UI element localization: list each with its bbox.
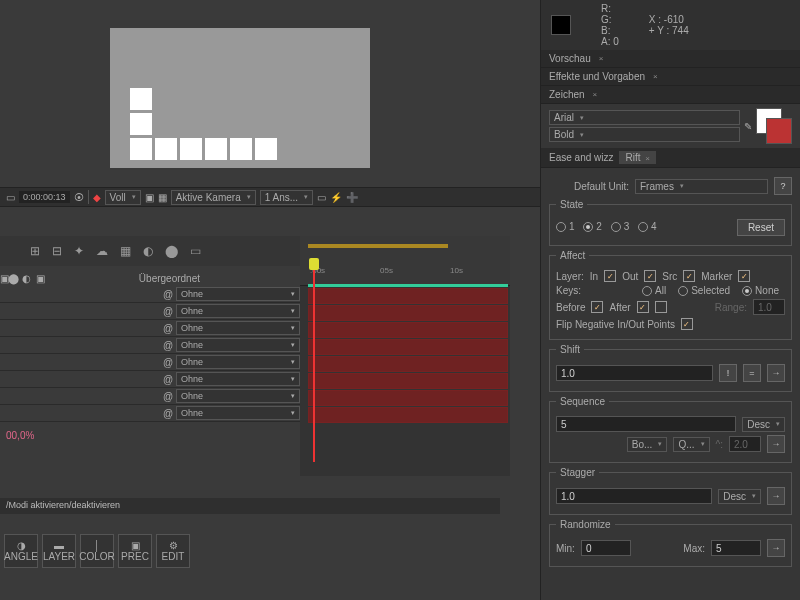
sequence-input[interactable] [556,416,736,432]
parent-pickwhip-icon[interactable]: @ [160,374,176,385]
layer-bar[interactable] [308,288,508,304]
tab-ease-and-wizz[interactable]: Ease and wizz [549,152,613,163]
parent-pickwhip-icon[interactable]: @ [160,408,176,419]
grid-icon[interactable]: ▦ [158,192,167,203]
work-area-bar[interactable] [308,244,448,248]
playhead[interactable] [309,258,319,270]
help-button[interactable]: ? [774,177,792,195]
extra-checkbox[interactable] [655,301,667,313]
parent-dropdown[interactable]: Ohne [176,355,300,369]
parent-pickwhip-icon[interactable]: @ [160,340,176,351]
layer-row[interactable]: @Ohne [0,405,300,422]
fast-icon[interactable]: ⚡ [330,192,342,203]
seq-bo-dropdown[interactable]: Bo... [627,437,668,452]
tool-icon[interactable]: ◐ [143,244,153,258]
tool-icon[interactable]: ⬤ [165,244,178,258]
tool-icon[interactable]: ✦ [74,244,84,258]
seq-order-dropdown[interactable]: Desc [742,417,785,432]
font-weight-dropdown[interactable]: Bold [549,127,740,142]
keys-none-radio[interactable]: None [742,285,779,296]
views-dropdown[interactable]: 1 Ans... [260,190,313,205]
color-tool[interactable]: │COLOR [80,534,114,568]
parent-dropdown[interactable]: Ohne [176,338,300,352]
parent-dropdown[interactable]: Ohne [176,321,300,335]
resolution-dropdown[interactable]: Voll [105,190,141,205]
state-1-radio[interactable]: 1 [556,221,575,232]
magnify-icon[interactable]: ▭ [6,192,15,203]
layer-row[interactable]: @Ohne [0,371,300,388]
font-family-dropdown[interactable]: Arial [549,110,740,125]
layer-bar[interactable] [308,322,508,338]
state-3-radio[interactable]: 3 [611,221,630,232]
in-checkbox[interactable] [604,270,616,282]
src-checkbox[interactable] [683,270,695,282]
edit-tool[interactable]: ⚙EDIT [156,534,190,568]
reset-button[interactable]: Reset [737,219,785,236]
layer-row[interactable]: @Ohne [0,354,300,371]
parent-dropdown[interactable]: Ohne [176,304,300,318]
rand-go-button[interactable]: → [767,539,785,557]
close-icon[interactable]: × [645,154,650,163]
shift-input[interactable] [556,365,713,381]
parent-pickwhip-icon[interactable]: @ [160,289,176,300]
prec-tool[interactable]: ▣PREC [118,534,152,568]
after-checkbox[interactable] [637,301,649,313]
min-input[interactable] [581,540,631,556]
parent-dropdown[interactable]: Ohne [176,372,300,386]
layer-row[interactable]: @Ohne [0,337,300,354]
eyedropper-icon[interactable]: ✎ [744,121,752,132]
before-checkbox[interactable] [591,301,603,313]
eq-button[interactable]: = [743,364,761,382]
stagger-go-button[interactable]: → [767,487,785,505]
stagger-input[interactable] [556,488,712,504]
layer-row[interactable]: @Ohne [0,303,300,320]
state-2-radio[interactable]: 2 [583,221,602,232]
tab-vorschau[interactable]: Vorschau× [541,50,800,68]
close-icon[interactable]: × [653,72,658,81]
layer-row[interactable]: @Ohne [0,320,300,337]
time-ruler[interactable]: :00s 05s 10s [300,236,510,286]
region-icon[interactable]: ▣ [145,192,154,203]
parent-dropdown[interactable]: Ohne [176,406,300,420]
layer-bar[interactable] [308,305,508,321]
stagger-order-dropdown[interactable]: Desc [718,489,761,504]
out-checkbox[interactable] [644,270,656,282]
layer-bar[interactable] [308,390,508,406]
angle-tool[interactable]: ◑ANGLE [4,534,38,568]
tool-icon[interactable]: ⊟ [52,244,62,258]
parent-pickwhip-icon[interactable]: @ [160,357,176,368]
tool-icon[interactable]: ⊞ [30,244,40,258]
seq-go-button[interactable]: → [767,435,785,453]
excl-button[interactable]: ! [719,364,737,382]
color-swatches[interactable] [756,108,792,144]
parent-pickwhip-icon[interactable]: @ [160,391,176,402]
close-icon[interactable]: × [599,54,604,63]
pixel-icon[interactable]: ▭ [317,192,326,203]
max-input[interactable] [711,540,761,556]
flip-checkbox[interactable] [681,318,693,330]
marker-checkbox[interactable] [738,270,750,282]
layer-bar[interactable] [308,407,508,423]
keys-selected-radio[interactable]: Selected [678,285,730,296]
parent-dropdown[interactable]: Ohne [176,287,300,301]
tab-zeichen[interactable]: Zeichen× [541,86,800,104]
layer-bar[interactable] [308,356,508,372]
layer-row[interactable]: @Ohne [0,388,300,405]
plus-icon[interactable]: ➕ [346,192,358,203]
parent-pickwhip-icon[interactable]: @ [160,323,176,334]
layer-bar[interactable] [308,373,508,389]
tool-icon[interactable]: ▭ [190,244,201,258]
state-4-radio[interactable]: 4 [638,221,657,232]
parent-dropdown[interactable]: Ohne [176,389,300,403]
timecode[interactable]: 0:00:00:13 [19,191,70,203]
composition-viewer[interactable] [110,28,370,168]
layer-row[interactable]: @Ohne [0,286,300,303]
snapshot-icon[interactable]: ⦿ [74,192,84,203]
camera-dropdown[interactable]: Aktive Kamera [171,190,256,205]
tab-rift[interactable]: Rift × [619,151,655,164]
tool-icon[interactable]: ☁ [96,244,108,258]
layer-tool[interactable]: ▬LAYER [42,534,76,568]
parent-pickwhip-icon[interactable]: @ [160,306,176,317]
unit-dropdown[interactable]: Frames [635,179,768,194]
tab-effekte[interactable]: Effekte und Vorgaben× [541,68,800,86]
